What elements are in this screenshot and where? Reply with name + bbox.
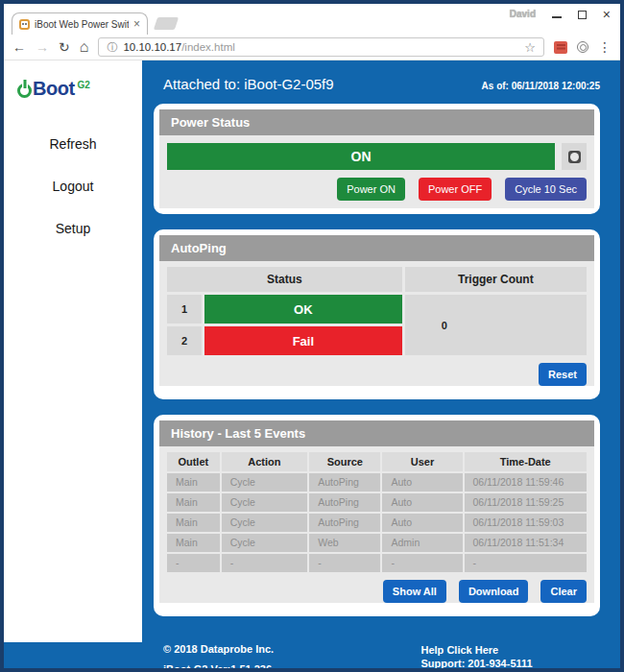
browser-tab[interactable]: iBoot Web Power Switch ×	[12, 12, 148, 35]
version-text: iBoot-G2 Ver:1.51.236	[163, 663, 274, 672]
minimize-icon[interactable]	[552, 11, 562, 18]
sidebar-item-setup[interactable]: Setup	[4, 221, 142, 236]
autoping-card: AutoPing Status Trigger Count 1 OK	[154, 229, 600, 399]
autoping-status-ok: OK	[204, 295, 402, 324]
history-col-timedate: Time-Date	[465, 452, 588, 471]
history-col-source: Source	[309, 452, 380, 471]
home-icon[interactable]: ⌂	[80, 39, 89, 55]
power-on-button[interactable]: Power ON	[337, 178, 405, 201]
url-host: 10.10.10.17	[123, 41, 181, 53]
help-link[interactable]: Help Click Here	[420, 643, 546, 657]
page-info-icon[interactable]: ⓘ	[107, 40, 117, 55]
history-title: History - Last 5 Events	[159, 420, 594, 446]
bookmark-star-icon[interactable]: ☆	[524, 40, 536, 55]
browser-menu-icon[interactable]: ⋮	[598, 39, 612, 55]
main-content: Attached to: iBoot-G2-05f9 As of: 06/11/…	[142, 60, 620, 672]
table-row: - - - - -	[167, 554, 587, 572]
as-of-timestamp: As of: 06/11/2018 12:00:25	[482, 81, 600, 91]
autoping-table: Status Trigger Count 1 OK 2	[167, 267, 587, 355]
timer-button[interactable]	[562, 143, 587, 170]
history-table: Outlet Action Source User Time-Date Main…	[167, 452, 587, 572]
history-col-action: Action	[222, 452, 308, 471]
copyright-text: © 2018 Dataprobe Inc.	[163, 643, 274, 655]
history-header-row: Outlet Action Source User Time-Date	[167, 452, 587, 471]
logo-generation: G2	[78, 80, 90, 90]
extension-icon[interactable]	[554, 41, 567, 54]
new-tab-button[interactable]	[154, 17, 179, 30]
outlet-favicon-icon	[19, 19, 30, 30]
trigger-count-value: 0	[405, 295, 587, 355]
history-col-outlet: Outlet	[167, 452, 220, 471]
page-footer: © 2018 Dataprobe Inc. iBoot-G2 Ver:1.51.…	[154, 643, 600, 672]
autoping-status-fail: Fail	[204, 326, 402, 355]
forward-icon[interactable]: →	[36, 40, 49, 54]
autoping-col-trigger: Trigger Count	[405, 267, 587, 292]
table-row: Main Cycle Web Admin 06/11/2018 11:51:34	[167, 534, 587, 552]
back-icon[interactable]: ←	[12, 40, 26, 54]
table-row: Main Cycle AutoPing Auto 06/11/2018 11:5…	[167, 473, 587, 492]
autoping-col-status: Status	[167, 267, 402, 292]
power-symbol-icon	[17, 84, 32, 98]
reload-icon[interactable]: ↻	[59, 40, 70, 54]
sidebar: Boot G2 Refresh Logout Setup	[4, 60, 142, 642]
page-body: Boot G2 Refresh Logout Setup Attached to…	[4, 60, 620, 668]
download-button[interactable]: Download	[459, 580, 529, 603]
autoping-row-number: 1	[167, 295, 202, 324]
history-col-user: User	[382, 452, 462, 471]
url-path: /index.html	[181, 41, 235, 53]
browser-window: David × iBoot Web Power Switch × ← → ↻ ⌂…	[0, 0, 624, 672]
reset-button[interactable]: Reset	[539, 363, 587, 386]
power-status-card: Power Status ON Power ON Power OFF Cycle…	[154, 104, 600, 214]
autoping-title: AutoPing	[159, 235, 594, 261]
close-icon[interactable]: ×	[603, 10, 611, 19]
browser-titlebar: David × iBoot Web Power Switch ×	[4, 4, 620, 35]
browser-profile-name[interactable]: David	[510, 9, 536, 19]
window-controls: ×	[552, 10, 611, 19]
address-bar[interactable]: ⓘ 10.10.10.17/index.html ☆	[98, 37, 544, 57]
table-row: Main Cycle AutoPing Auto 06/11/2018 11:5…	[167, 514, 587, 532]
sidebar-nav: Refresh Logout Setup	[4, 136, 142, 236]
extension-ring-icon[interactable]	[577, 41, 588, 53]
page-header: Attached to: iBoot-G2-05f9 As of: 06/11/…	[154, 76, 600, 92]
logo-text: Boot	[33, 78, 75, 100]
sidebar-item-refresh[interactable]: Refresh	[4, 136, 142, 152]
sidebar-item-logout[interactable]: Logout	[4, 179, 142, 194]
power-state-bar: ON	[167, 143, 555, 170]
browser-toolbar: ← → ↻ ⌂ ⓘ 10.10.10.17/index.html ☆ ⋮	[4, 35, 620, 60]
autoping-row-1: 1 OK	[167, 295, 402, 324]
history-card: History - Last 5 Events Outlet Action So…	[154, 415, 600, 616]
tab-close-icon[interactable]: ×	[133, 19, 140, 29]
autoping-row-2: 2 Fail	[167, 326, 402, 355]
cycle-button[interactable]: Cycle 10 Sec	[505, 178, 587, 201]
show-all-button[interactable]: Show All	[383, 580, 446, 603]
table-row: Main Cycle AutoPing Auto 06/11/2018 11:5…	[167, 493, 587, 512]
tab-title: iBoot Web Power Switch	[35, 19, 129, 30]
power-status-title: Power Status	[159, 109, 594, 135]
support-phone: Support: 201-934-5111	[420, 657, 546, 670]
power-off-button[interactable]: Power OFF	[419, 178, 492, 201]
attached-to-title: Attached to: iBoot-G2-05f9	[163, 76, 334, 92]
timer-clock-icon	[568, 151, 581, 163]
autoping-row-number: 2	[167, 326, 202, 355]
maximize-icon[interactable]	[578, 11, 587, 19]
clear-button[interactable]: Clear	[540, 580, 587, 603]
iboot-logo: Boot G2	[4, 60, 142, 100]
url-text: 10.10.10.17/index.html	[123, 41, 234, 53]
